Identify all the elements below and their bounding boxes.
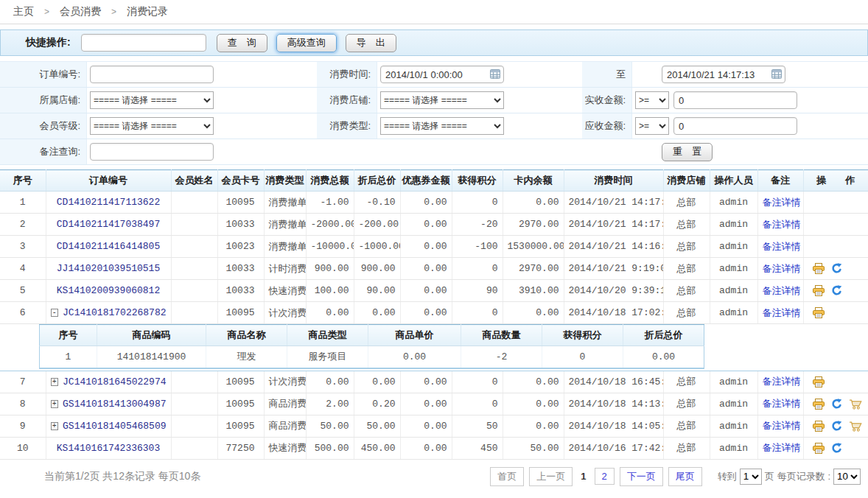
- goto-page-select[interactable]: 1: [740, 469, 762, 485]
- order-no-input[interactable]: [90, 66, 214, 83]
- cart-icon[interactable]: [849, 399, 863, 410]
- discounted-amount-cell: 0.20: [354, 393, 400, 415]
- expand-row-icon[interactable]: +: [51, 378, 59, 386]
- consume-store-select[interactable]: ===== 请选择 =====: [380, 91, 504, 109]
- member-name-cell: [171, 393, 217, 415]
- cart-icon[interactable]: [849, 421, 863, 432]
- refund-icon[interactable]: [831, 421, 842, 432]
- refund-icon[interactable]: [831, 443, 842, 454]
- collapse-row-icon[interactable]: -: [51, 309, 59, 317]
- order-no-link[interactable]: JJ1410201039510515: [57, 263, 160, 274]
- card-balance-cell: 0.00: [503, 302, 564, 324]
- real-amount-input[interactable]: [673, 91, 797, 109]
- operator-cell: admin: [710, 393, 757, 415]
- refund-icon[interactable]: [831, 399, 842, 410]
- export-button[interactable]: 导 出: [346, 34, 396, 52]
- refund-icon[interactable]: [831, 285, 842, 296]
- expand-row-icon[interactable]: +: [51, 422, 59, 430]
- order-no-link[interactable]: CD1410211417113622: [57, 197, 160, 208]
- order-no-link[interactable]: CD1410211417038497: [57, 219, 160, 230]
- discounted-amount-cell: -0.10: [354, 192, 400, 214]
- order-no-link[interactable]: JC1410181645022974: [63, 376, 166, 387]
- remark-detail-link[interactable]: 备注详情: [763, 376, 801, 387]
- breadcrumb-home[interactable]: 主页: [13, 5, 34, 18]
- printer-icon[interactable]: [813, 285, 825, 296]
- first-page-button[interactable]: 首页: [490, 467, 524, 486]
- remark-detail-link[interactable]: 备注详情: [763, 197, 801, 208]
- card-balance-cell: 0.00: [503, 415, 564, 437]
- own-store-select[interactable]: ===== 请选择 =====: [90, 91, 214, 109]
- sub-column-header: 商品编码: [97, 325, 206, 346]
- member-level-select[interactable]: ===== 请选择 =====: [90, 117, 214, 135]
- consume-type-cell: 计次消费: [264, 302, 306, 324]
- last-page-button[interactable]: 尾页: [668, 467, 702, 486]
- operator-cell: admin: [710, 371, 757, 393]
- column-header: 会员姓名: [171, 170, 217, 192]
- real-amount-label: 实收金额:: [582, 88, 632, 113]
- quick-operation-label: 快捷操作:: [26, 36, 71, 49]
- printer-icon[interactable]: [813, 399, 825, 410]
- reset-button[interactable]: 重 置: [662, 143, 713, 161]
- printer-icon[interactable]: [813, 443, 825, 454]
- quick-search-input[interactable]: [81, 34, 206, 52]
- row-seq: 3: [0, 236, 46, 258]
- remark-detail-link[interactable]: 备注详情: [763, 307, 801, 318]
- column-header: 序号: [0, 170, 46, 192]
- coupon-amount-cell: 0.00: [400, 258, 452, 280]
- advanced-query-button[interactable]: 高级查询: [276, 34, 337, 52]
- order-no-cell: CD1410211417038497: [46, 214, 171, 236]
- printer-icon[interactable]: [813, 263, 825, 274]
- card-no-cell: 10095: [217, 371, 264, 393]
- row-seq: 6: [0, 302, 46, 324]
- operator-cell: admin: [710, 280, 757, 302]
- remark-detail-link[interactable]: 备注详情: [763, 420, 801, 431]
- sub-column-header: 商品单价: [368, 325, 461, 346]
- remark-detail-link[interactable]: 备注详情: [763, 241, 801, 252]
- to-label: 至: [582, 62, 632, 87]
- remark-detail-link[interactable]: 备注详情: [763, 442, 801, 453]
- due-amount-input[interactable]: [673, 117, 797, 135]
- order-no-link[interactable]: KS1410161742336303: [57, 443, 160, 454]
- order-no-link[interactable]: KS1410200939060812: [57, 285, 160, 296]
- remark-detail-link[interactable]: 备注详情: [763, 285, 801, 296]
- due-amount-label: 应收金额:: [582, 113, 632, 138]
- time-from-input[interactable]: [380, 66, 504, 83]
- prev-page-button[interactable]: 上一页: [529, 467, 573, 486]
- operator-cell: admin: [710, 192, 757, 214]
- member-name-cell: [171, 302, 217, 324]
- remark-search-input[interactable]: [90, 143, 214, 161]
- column-header: 备注: [757, 170, 803, 192]
- order-no-cell: -JC1410181702268782: [46, 302, 171, 324]
- order-no-link[interactable]: JC1410181702268782: [63, 307, 166, 318]
- goods-detail-cell: 0.00: [623, 346, 704, 368]
- consume-type-select[interactable]: ===== 请选择 =====: [380, 117, 504, 135]
- card-balance-cell: 3910.00: [503, 280, 564, 302]
- order-no-link[interactable]: GS1410181405468509: [63, 421, 166, 432]
- real-amount-operator-select[interactable]: >=: [635, 91, 669, 109]
- due-amount-operator-select[interactable]: >=: [635, 117, 669, 135]
- goods-detail-cell: 1: [40, 346, 97, 368]
- printer-icon[interactable]: [813, 421, 825, 432]
- expand-row-icon[interactable]: +: [51, 400, 59, 408]
- printer-icon[interactable]: [813, 307, 825, 318]
- refund-icon[interactable]: [831, 263, 842, 274]
- table-row: 9+GS141018140546850910095商品消费50.0050.000…: [0, 415, 868, 437]
- remark-detail-link[interactable]: 备注详情: [763, 398, 801, 409]
- next-page-button[interactable]: 下一页: [620, 467, 663, 486]
- query-button[interactable]: 查 询: [217, 34, 267, 52]
- order-no-link[interactable]: GS1410181413004987: [63, 399, 166, 410]
- own-store-label: 所属店铺:: [0, 88, 87, 113]
- table-row: 2CD141021141703849710033消费撤单-2000.00-200…: [0, 214, 868, 236]
- remark-detail-link[interactable]: 备注详情: [763, 263, 801, 274]
- coupon-amount-cell: 0.00: [400, 236, 452, 258]
- printer-icon[interactable]: [813, 376, 825, 387]
- page-number-button[interactable]: 2: [595, 468, 615, 485]
- column-header: 会员卡号: [217, 170, 264, 192]
- calendar-icon[interactable]: [490, 69, 500, 81]
- per-page-select[interactable]: 10: [833, 469, 861, 485]
- order-no-link[interactable]: CD1410211416414805: [57, 241, 160, 252]
- time-to-input[interactable]: [662, 66, 785, 83]
- remark-detail-link[interactable]: 备注详情: [763, 219, 801, 230]
- breadcrumb-member-consume[interactable]: 会员消费: [60, 5, 101, 18]
- calendar-icon[interactable]: [771, 69, 782, 81]
